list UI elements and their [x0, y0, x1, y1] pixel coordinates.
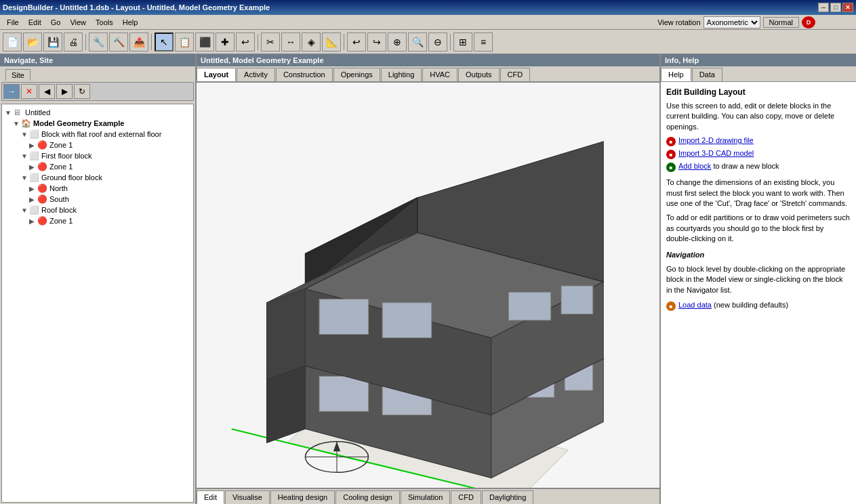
nav-cancel-btn[interactable]: ✕: [21, 84, 37, 99]
maximize-button[interactable]: □: [830, 3, 841, 12]
select-button[interactable]: ↖: [155, 33, 174, 51]
load-data-link[interactable]: Load data: [678, 301, 712, 309]
bottom-tab-visualise[interactable]: Visualise: [225, 490, 270, 504]
zoom-in-button[interactable]: 🔍: [408, 33, 427, 51]
nav-refresh-btn[interactable]: ↻: [74, 84, 90, 99]
settings-button[interactable]: 🔧: [89, 33, 108, 51]
svg-rect-18: [382, 303, 431, 338]
save-button[interactable]: 💾: [43, 33, 62, 51]
menu-tools[interactable]: Tools: [91, 17, 117, 28]
tree-item-north[interactable]: ▶ 🔴 North: [5, 183, 190, 194]
bottom-tab-heating[interactable]: Heating design: [270, 490, 335, 504]
rotate-button[interactable]: ↩: [236, 33, 255, 51]
menu-edit[interactable]: Edit: [24, 17, 45, 28]
menu-file[interactable]: File: [3, 17, 23, 28]
tab-activity[interactable]: Activity: [237, 68, 275, 81]
center-tabs: Layout Activity Construction Openings Li…: [197, 66, 659, 83]
main-layout: Navigate, Site Site → ✕ ◀ ▶ ↻ ▼ 🖥 Untitl…: [0, 54, 856, 504]
bottom-tab-daylighting[interactable]: Daylighting: [482, 490, 533, 504]
layer-button[interactable]: ≡: [474, 33, 493, 51]
tab-outputs[interactable]: Outputs: [458, 68, 500, 81]
add-block-link[interactable]: Add block: [678, 162, 711, 170]
right-tab-data[interactable]: Data: [692, 68, 722, 81]
tree-item-zone1b[interactable]: ▶ 🔴 Zone 1: [5, 161, 190, 172]
dimension-button[interactable]: 📐: [322, 33, 341, 51]
move-button[interactable]: ✚: [216, 33, 235, 51]
undo-button[interactable]: ↩: [347, 33, 366, 51]
view-rotation-select[interactable]: Axonometric Top Front Side: [704, 16, 760, 28]
import-3d-row: ■ Import 3-D CAD model: [666, 149, 851, 159]
zoom-out-button[interactable]: ⊖: [428, 33, 447, 51]
tab-openings[interactable]: Openings: [333, 68, 380, 81]
help-para2: To add or edit partitions or to draw voi…: [666, 213, 851, 244]
left-panel: Navigate, Site Site → ✕ ◀ ▶ ↻ ▼ 🖥 Untitl…: [0, 54, 197, 504]
tree-item-first-floor[interactable]: ▼ ⬜ First floor block: [5, 150, 190, 161]
viewport[interactable]: [197, 83, 659, 488]
center-panel: Untitled, Model Geometry Example Layout …: [197, 54, 659, 504]
tree-item-untitled[interactable]: ▼ 🖥 Untitled: [5, 107, 190, 118]
bottom-tab-simulation[interactable]: Simulation: [401, 490, 450, 504]
close-button[interactable]: ✕: [842, 3, 853, 12]
tab-layout[interactable]: Layout: [197, 68, 236, 81]
nav-prev-btn[interactable]: ◀: [39, 84, 55, 99]
bottom-tab-cfd[interactable]: CFD: [451, 490, 481, 504]
tree-item-roof[interactable]: ▼ ⬜ Roof block: [5, 205, 190, 215]
tree-item-south[interactable]: ▶ 🔴 South: [5, 194, 190, 205]
title-text: DesignBuilder - Untitled 1.dsb - Layout …: [3, 3, 270, 12]
left-splitter[interactable]: [851, 54, 856, 504]
grid-button[interactable]: ⊞: [453, 33, 472, 51]
menu-view[interactable]: View: [66, 17, 90, 28]
minimize-button[interactable]: ─: [818, 3, 829, 12]
zoom-fit-button[interactable]: ⊕: [388, 33, 407, 51]
tree-item-block-flat[interactable]: ▼ ⬜ Block with flat roof and external fl…: [5, 129, 190, 140]
properties-button[interactable]: 🔨: [109, 33, 128, 51]
titlebar: DesignBuilder - Untitled 1.dsb - Layout …: [0, 0, 856, 15]
print-button[interactable]: 🖨: [64, 33, 83, 51]
svg-marker-24: [266, 289, 305, 380]
tree-item-zone1a[interactable]: ▶ 🔴 Zone 1: [5, 140, 190, 150]
tab-construction[interactable]: Construction: [276, 68, 333, 81]
import-2d-link[interactable]: Import 2-D drawing file: [678, 136, 754, 144]
add-block-icon: ■: [666, 163, 676, 172]
new-button[interactable]: 📄: [3, 33, 22, 51]
svg-rect-10: [319, 377, 368, 412]
menu-help[interactable]: Help: [119, 17, 142, 28]
drag-button[interactable]: ◈: [302, 33, 321, 51]
svg-rect-19: [509, 292, 551, 320]
navigation-title: Navigation: [666, 250, 851, 260]
import-3d-icon: ■: [666, 150, 676, 159]
load-data-suffix: (new building defaults): [714, 301, 788, 309]
toolbar: 📄 📂 💾 🖨 🔧 🔨 📤 ↖ 📋 ⬛ ✚ ↩ ✂ ↔ ◈ 📐 ↩ ↪ ⊕ 🔍 …: [0, 30, 856, 54]
copy-button[interactable]: 📋: [175, 33, 194, 51]
redo-button[interactable]: ↪: [367, 33, 386, 51]
navigation-text: Go to block level by double-clicking on …: [666, 264, 851, 295]
sep2: [151, 34, 152, 50]
bottom-tab-edit[interactable]: Edit: [197, 490, 224, 504]
cut-button[interactable]: ✂: [261, 33, 280, 51]
bottom-tab-cooling[interactable]: Cooling design: [335, 490, 400, 504]
tree-item-model[interactable]: ▼ 🏠 Model Geometry Example: [5, 118, 190, 129]
tree-item-zone1c[interactable]: ▶ 🔴 Zone 1: [5, 215, 190, 226]
block-button[interactable]: ⬛: [195, 33, 214, 51]
tab-hvac[interactable]: HVAC: [422, 68, 457, 81]
nav-forward-btn[interactable]: →: [3, 84, 20, 99]
sep5: [450, 34, 451, 50]
import-3d-link[interactable]: Import 3-D CAD model: [678, 149, 754, 157]
right-tab-help[interactable]: Help: [661, 68, 691, 81]
open-button[interactable]: 📂: [23, 33, 42, 51]
tab-lighting[interactable]: Lighting: [381, 68, 422, 81]
bottom-tabs: Edit Visualise Heating design Cooling de…: [197, 488, 659, 504]
tree-area: ▼ 🖥 Untitled ▼ 🏠 Model Geometry Example …: [1, 104, 194, 503]
center-header: Untitled, Model Geometry Example: [197, 54, 659, 66]
tab-cfd[interactable]: CFD: [500, 68, 531, 81]
site-tab[interactable]: Site: [5, 69, 30, 81]
nav-next-btn[interactable]: ▶: [56, 84, 73, 99]
menu-go[interactable]: Go: [47, 17, 65, 28]
right-panel: Info, Help Help Data Edit Building Layou…: [659, 54, 856, 504]
titlebar-controls: ─ □ ✕: [818, 3, 853, 12]
export-button[interactable]: 📤: [129, 33, 148, 51]
import-2d-row: ■ Import 2-D drawing file: [666, 136, 851, 146]
load-data-icon: ■: [666, 301, 676, 311]
tree-item-ground-floor[interactable]: ▼ ⬜ Ground floor block: [5, 172, 190, 183]
stretch-button[interactable]: ↔: [281, 33, 300, 51]
